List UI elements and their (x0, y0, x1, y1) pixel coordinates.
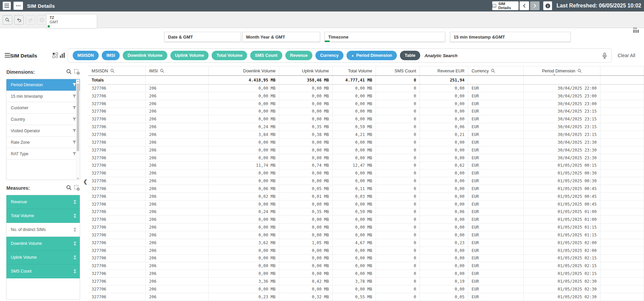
cell-revenue-eur[interactable]: 0,00 (420, 146, 468, 154)
prev-sheet-button[interactable] (520, 1, 529, 10)
column-header-imsi[interactable]: IMSI (146, 66, 209, 75)
cell-period-dimension[interactable]: 01/05/2025 02:15 (524, 270, 600, 277)
cell-blank[interactable] (600, 108, 644, 115)
cell-msisdn[interactable]: 327706 (88, 139, 146, 146)
table-row[interactable]: 3277062060,00 MB0,00 MB0,00 MB00,00EUR30… (88, 92, 644, 100)
cell-total-volume[interactable]: 4,21 MB (333, 131, 376, 138)
cell-blank[interactable] (600, 169, 644, 177)
cell-sms-count[interactable]: 0 (376, 193, 420, 200)
table-row[interactable]: 3277062060,02 MB0,01 MB0,03 MB00,00EUR01… (88, 193, 644, 201)
cell-total-volume[interactable]: 0,11 MB (333, 185, 376, 192)
cell-imsi[interactable]: 206 (146, 216, 209, 223)
table-row[interactable]: 3277062060,00 MB0,00 MB0,00 MB00,00EUR01… (88, 255, 644, 262)
cell-msisdn[interactable]: 327706 (88, 123, 146, 131)
search-chip-imsi[interactable]: IMSI (102, 51, 120, 60)
cell-uplink-volume[interactable]: 0,00 MB (279, 146, 333, 154)
cell-sms-count[interactable]: 0 (376, 131, 420, 138)
cell-sms-count[interactable]: 0 (376, 85, 420, 92)
table-row[interactable]: 3277062060,06 MB0,05 MB0,11 MB00,00EUR01… (88, 185, 644, 193)
search-chip-total-volume[interactable]: Total Volume (212, 51, 247, 60)
cell-msisdn[interactable]: 327706 (88, 193, 146, 200)
cell-revenue-eur[interactable]: 0,00 (420, 92, 468, 100)
cell-period-dimension[interactable]: 01/05/2025 02:30 (524, 285, 600, 293)
cell-revenue-eur[interactable]: 0,62 (420, 162, 468, 169)
sheet-nav-button[interactable]: SIM Details (492, 1, 519, 10)
cell-period-dimension[interactable]: 01/05/2025 00:45 (524, 201, 600, 208)
table-row[interactable]: 3277062060,00 MB0,00 MB0,00 MB00,00EUR01… (88, 231, 644, 239)
filter-box-15-min-timestamp-gmt[interactable]: 15 min timestamp &GMT (450, 32, 571, 42)
table-row[interactable]: 3277062060,00 MB0,00 MB0,00 MB00,00EUR01… (88, 285, 644, 293)
cell-imsi[interactable]: 206 (146, 208, 209, 216)
cell-blank[interactable] (600, 231, 644, 239)
cell-period-dimension[interactable]: 01/05/2025 02:30 (524, 293, 600, 301)
cell-revenue-eur[interactable]: 0,00 (420, 270, 468, 277)
cell-period-dimension[interactable]: 01/05/2025 00:15 (524, 162, 600, 169)
cell-imsi[interactable]: 206 (146, 185, 209, 192)
cell-sms-count[interactable]: 0 (376, 216, 420, 223)
cell-revenue-eur[interactable]: 0,19 (420, 278, 468, 285)
dimension-item-customer[interactable]: Customer (6, 102, 80, 114)
cell-currency[interactable]: EUR (468, 146, 524, 154)
cell-imsi[interactable]: 206 (146, 131, 209, 138)
cell-sms-count[interactable]: 0 (376, 146, 420, 154)
cell-blank[interactable] (600, 185, 644, 192)
cell-blank[interactable] (600, 193, 644, 200)
table-row[interactable]: 3277062060,00 MB0,00 MB0,00 MB00,00EUR30… (88, 85, 644, 92)
cell-revenue-eur[interactable]: 0,23 (420, 239, 468, 247)
cell-period-dimension[interactable]: 30/04/2025 23:30 (524, 146, 600, 154)
cell-sms-count[interactable]: 0 (376, 231, 420, 239)
cell-sms-count[interactable]: 0 (376, 139, 420, 146)
cell-currency[interactable]: EUR (468, 293, 524, 301)
cell-currency[interactable]: EUR (468, 162, 524, 169)
cell-period-dimension[interactable]: 30/04/2025 23:15 (524, 115, 600, 123)
cell-blank[interactable] (600, 123, 644, 131)
cell-uplink-volume[interactable]: 0,00 MB (279, 231, 333, 239)
cell-period-dimension[interactable]: 30/04/2025 23:15 (524, 123, 600, 131)
filter-box-timezone[interactable]: Timezone (325, 32, 445, 42)
cell-imsi[interactable]: 206 (146, 169, 209, 177)
cell-downlink-volume[interactable]: 0,00 MB (209, 270, 279, 277)
global-menu-button[interactable] (3, 2, 11, 10)
cell-imsi[interactable]: 206 (146, 85, 209, 92)
cell-sms-count[interactable]: 0 (376, 270, 420, 277)
cell-uplink-volume[interactable]: 0,05 MB (279, 185, 333, 192)
cell-blank[interactable] (600, 131, 644, 138)
cell-uplink-volume[interactable]: 0,00 MB (279, 85, 333, 92)
cell-total-volume[interactable]: 0,00 MB (333, 100, 376, 108)
column-header-currency[interactable]: Currency (468, 66, 524, 75)
cell-msisdn[interactable]: 327706 (88, 270, 146, 277)
cell-uplink-volume[interactable]: 0,00 MB (279, 285, 333, 293)
cell-uplink-volume[interactable]: 1,05 MB (279, 239, 333, 247)
cell-sms-count[interactable]: 0 (376, 293, 420, 301)
cell-uplink-volume[interactable]: 0,00 MB (279, 108, 333, 115)
cell-total-volume[interactable]: 0,00 MB (333, 247, 376, 254)
table-row[interactable]: 3277062060,00 MB0,00 MB0,00 MB00,00EUR01… (88, 262, 644, 270)
cell-period-dimension[interactable]: 01/05/2025 01:00 (524, 216, 600, 223)
cell-revenue-eur[interactable]: 0,00 (420, 185, 468, 192)
table-row[interactable]: 3277062060,00 MB0,00 MB0,00 MB00,00EUR01… (88, 247, 644, 255)
cell-imsi[interactable]: 206 (146, 278, 209, 285)
cell-total-volume[interactable]: 0,00 MB (333, 285, 376, 293)
cell-currency[interactable]: EUR (468, 262, 524, 270)
column-header-revenue-eur[interactable]: Revenue EUR (420, 66, 468, 75)
cell-downlink-volume[interactable]: 0,02 MB (209, 193, 279, 200)
table-row[interactable]: 3277062060,00 MB0,00 MB0,00 MB00,00EUR30… (88, 115, 644, 123)
cell-currency[interactable]: EUR (468, 208, 524, 216)
cell-msisdn[interactable]: 327706 (88, 146, 146, 154)
cell-uplink-volume[interactable]: 0,00 MB (279, 177, 333, 185)
cell-downlink-volume[interactable]: 0,00 MB (209, 177, 279, 185)
cell-blank[interactable] (600, 100, 644, 108)
cell-period-dimension[interactable]: 30/04/2025 23:00 (524, 100, 600, 108)
cell-imsi[interactable]: 206 (146, 231, 209, 239)
cell-uplink-volume[interactable]: 0,00 MB (279, 224, 333, 231)
dimension-item-15-min-timestamp[interactable]: 15 min timestamp (6, 91, 80, 102)
cell-imsi[interactable]: 206 (146, 108, 209, 115)
cell-currency[interactable]: EUR (468, 193, 524, 200)
cell-blank[interactable] (600, 216, 644, 223)
cell-uplink-volume[interactable]: 0,00 MB (279, 139, 333, 146)
cell-currency[interactable]: EUR (468, 278, 524, 285)
column-selector-button[interactable] (633, 27, 639, 33)
measure-item-total-volume[interactable]: Total VolumeΣ (6, 209, 80, 223)
cell-imsi[interactable]: 206 (146, 115, 209, 123)
table-row[interactable]: 3277062060,00 MB0,00 MB0,00 MB00,00EUR30… (88, 139, 644, 146)
